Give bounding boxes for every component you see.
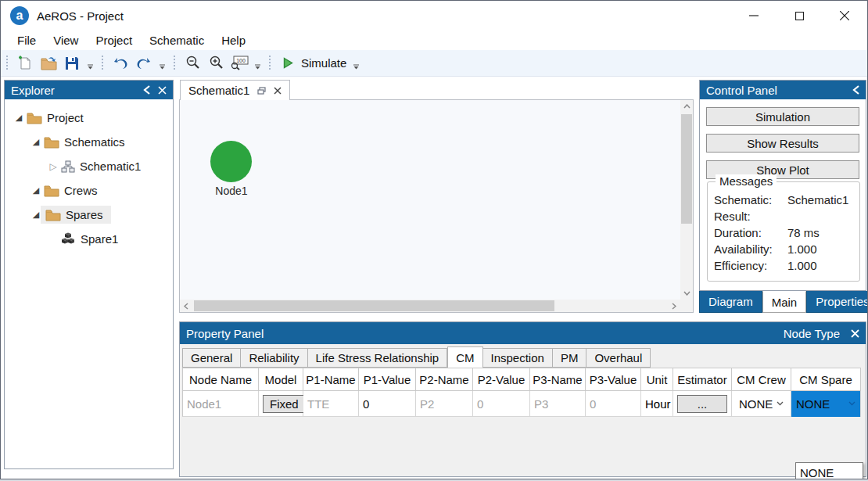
p1-name-cell: TTE (303, 391, 359, 417)
undo-icon (112, 56, 129, 70)
vertical-scrollbar[interactable] (680, 100, 693, 300)
simulate-dropdown-icon[interactable] (351, 53, 360, 74)
minimize-button[interactable] (731, 1, 777, 31)
open-project-button[interactable] (38, 53, 59, 74)
schematic-canvas[interactable]: Node1 (180, 100, 680, 300)
save-dropdown-icon[interactable] (85, 53, 95, 74)
message-row: Availability:1.000 (714, 241, 858, 257)
tab-overhaul[interactable]: Overhaul (586, 348, 651, 368)
undo-dropdown-icon[interactable] (157, 53, 167, 74)
option-none[interactable]: NONE (796, 463, 863, 479)
vertical-scroll-thumb[interactable] (681, 114, 692, 224)
expanded-arrow-icon[interactable]: ◢ (31, 185, 41, 196)
estimator-button[interactable]: ... (677, 395, 727, 413)
folder-icon (44, 136, 59, 149)
horizontal-scroll-thumb[interactable] (194, 300, 554, 311)
spare-cubes-icon (61, 232, 76, 246)
zoom-dropdown-icon[interactable] (253, 53, 262, 74)
collapsed-arrow-icon[interactable]: ▷ (48, 161, 58, 172)
tab-general[interactable]: General (182, 348, 241, 368)
property-panel: Property Panel Node Type General Reliabi… (179, 321, 866, 477)
tab-diagram[interactable]: Diagram (699, 291, 762, 313)
tree-item-spares[interactable]: ◢ Spares (5, 203, 173, 227)
schematic-tab[interactable]: Schematic1 (180, 80, 290, 100)
undo-button[interactable] (110, 53, 131, 74)
float-window-icon[interactable] (257, 87, 266, 95)
schematic-icon (61, 160, 75, 173)
maximize-button[interactable] (777, 1, 822, 31)
scroll-up-icon[interactable] (680, 100, 693, 113)
tab-cm[interactable]: CM (447, 346, 482, 368)
message-row: Duration:78 ms (714, 224, 858, 241)
scroll-left-icon[interactable] (180, 300, 192, 312)
folder-icon (44, 185, 59, 197)
redo-icon (135, 56, 152, 70)
messages-title: Messages (716, 174, 777, 188)
expanded-arrow-icon[interactable]: ◢ (31, 137, 41, 147)
expanded-arrow-icon[interactable]: ◢ (14, 113, 23, 123)
tree-item-crews[interactable]: ◢ Crews (5, 178, 173, 203)
tab-life-stress-relationship[interactable]: Life Stress Relationship (308, 348, 448, 368)
tab-reliability[interactable]: Reliability (241, 348, 307, 368)
table-data-row: Node1 Fixed TTE P2 0 P3 0 Hour ... NONE (182, 391, 863, 417)
toolbar-grip (269, 56, 271, 71)
toolbar-grip (174, 56, 175, 71)
close-panel-icon[interactable] (851, 329, 859, 338)
horizontal-scrollbar[interactable] (180, 300, 680, 312)
menu-schematic[interactable]: Schematic (141, 32, 213, 48)
tree-item-schematics[interactable]: ◢ Schematics (5, 130, 173, 154)
zoom-100-icon: 100 (230, 56, 249, 70)
zoom-100-button[interactable]: 100 (229, 53, 249, 74)
show-results-button[interactable]: Show Results (706, 134, 859, 153)
tree-item-label: Spares (66, 208, 103, 221)
expanded-arrow-icon[interactable]: ◢ (31, 210, 41, 220)
p1-value-input[interactable] (363, 393, 411, 415)
menu-file[interactable]: File (9, 32, 45, 48)
tab-properties[interactable]: Properties (806, 291, 868, 313)
tab-inspection[interactable]: Inspection (483, 348, 553, 368)
message-row: Efficiency:1.000 (714, 257, 858, 274)
folder-icon (27, 112, 42, 124)
collapse-panel-icon[interactable] (143, 85, 150, 95)
property-tabs: General Reliability Life Stress Relation… (182, 346, 651, 368)
table-header-row: Node Name Model P1-Name P1-Value P2-Name… (182, 368, 863, 391)
tree-item-project[interactable]: ◢ Project (5, 106, 173, 130)
node-shape[interactable] (210, 141, 252, 182)
close-tab-icon[interactable] (274, 87, 282, 95)
simulate-label[interactable]: Simulate (301, 56, 346, 70)
cm-crew-dropdown[interactable]: NONE (736, 393, 787, 415)
messages-groupbox: Messages Schematic:Schematic1 Result: Du… (707, 181, 860, 282)
tree-item-label: Schematic1 (80, 160, 141, 173)
close-panel-icon[interactable] (158, 86, 167, 95)
new-file-button[interactable] (15, 53, 35, 74)
close-button[interactable] (822, 1, 867, 31)
window-title: AeROS - Project (37, 9, 124, 23)
save-icon (65, 56, 79, 70)
simulation-button[interactable]: Simulation (706, 107, 859, 126)
app-window: a AeROS - Project File View Project Sche… (0, 0, 868, 479)
zoom-out-button[interactable] (182, 53, 203, 74)
message-row: Result: (714, 208, 858, 224)
tree-item-spare1[interactable]: Spare1 (5, 227, 173, 251)
simulate-button[interactable] (278, 53, 298, 74)
cm-spare-dropdown[interactable]: NONE (791, 391, 860, 417)
scroll-right-icon[interactable] (668, 300, 680, 312)
p2-name-cell: P2 (416, 391, 473, 417)
save-button[interactable] (62, 53, 82, 74)
collapse-panel-icon[interactable] (852, 85, 859, 95)
tree-item-schematic1[interactable]: ▷ Schematic1 (5, 154, 173, 178)
selected-tree-item[interactable]: Spares (41, 206, 111, 224)
menu-project[interactable]: Project (87, 32, 141, 48)
tab-main[interactable]: Main (762, 291, 807, 313)
explorer-tree: ◢ Project ◢ Schematics ▷ Schematic1 ◢ Cr… (5, 99, 173, 251)
folder-icon (45, 209, 61, 221)
menu-help[interactable]: Help (213, 32, 254, 48)
model-button[interactable]: Fixed (263, 395, 306, 413)
unit-cell: Hour (641, 391, 673, 417)
menu-view[interactable]: View (45, 32, 87, 48)
control-panel-tabs: Diagram Main Properties (699, 291, 866, 313)
scroll-down-icon[interactable] (680, 287, 693, 300)
redo-button[interactable] (134, 53, 154, 74)
tab-pm[interactable]: PM (553, 348, 587, 368)
zoom-in-button[interactable] (206, 53, 226, 74)
